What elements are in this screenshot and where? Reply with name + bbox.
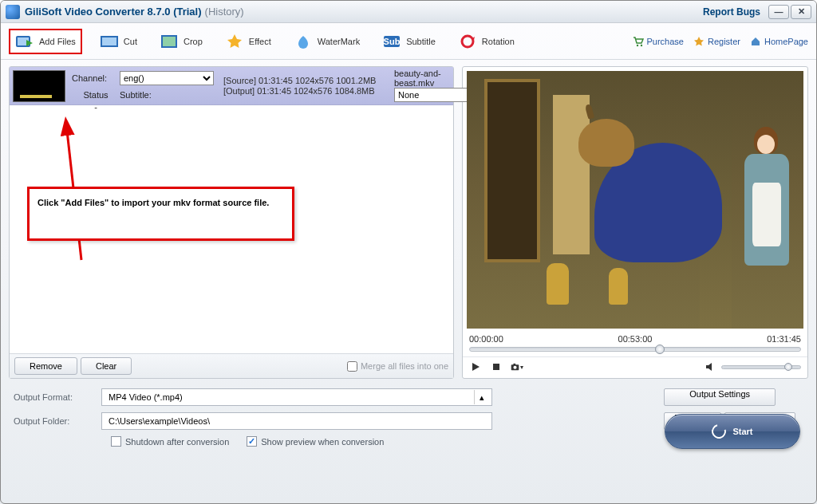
refresh-icon bbox=[709, 422, 729, 442]
svg-rect-15 bbox=[513, 364, 515, 365]
snapshot-button[interactable]: ▾ bbox=[511, 360, 523, 373]
merge-checkbox[interactable]: Merge all files into one bbox=[347, 361, 448, 372]
add-files-label: Add Files bbox=[39, 37, 76, 46]
callout-text: Click "Add Files" to import your mkv for… bbox=[37, 198, 269, 207]
shutdown-label: Shutdown after conversion bbox=[125, 437, 229, 447]
purchase-label: Purchase bbox=[647, 37, 684, 46]
start-label: Start bbox=[732, 427, 752, 436]
time-end: 01:31:45 bbox=[767, 334, 801, 344]
effect-button[interactable]: Effect bbox=[220, 30, 276, 53]
remove-button[interactable]: Remove bbox=[14, 357, 77, 375]
subtitle-label: Subtitle bbox=[406, 37, 436, 46]
output-detail: [Output] 01:31:45 1024x576 1084.8MB bbox=[223, 86, 394, 96]
output-folder-label: Output Folder: bbox=[14, 416, 93, 426]
seek-bar[interactable] bbox=[463, 345, 807, 356]
file-list-panel: Channel: eng() beauty-and-beast.mkv Stat… bbox=[9, 66, 454, 379]
svg-point-10 bbox=[640, 44, 641, 45]
file-name: beauty-and-beast.mkv bbox=[394, 69, 450, 88]
instruction-callout: Click "Add Files" to import your mkv for… bbox=[27, 187, 294, 241]
svg-point-9 bbox=[636, 44, 637, 45]
svg-rect-5 bbox=[163, 37, 176, 46]
cut-label: Cut bbox=[124, 37, 137, 46]
svg-rect-3 bbox=[102, 37, 116, 45]
crop-button[interactable]: Crop bbox=[155, 30, 207, 53]
start-button[interactable]: Start bbox=[665, 414, 800, 449]
titlebar: GiliSoft Video Converter 8.7.0 (Trial) (… bbox=[1, 1, 816, 23]
player-controls: ▾ bbox=[463, 356, 807, 378]
mute-button[interactable] bbox=[704, 360, 716, 373]
preview-label: Show preview when conversion bbox=[261, 437, 384, 447]
close-button[interactable]: ✕ bbox=[791, 5, 811, 19]
subtitle-button[interactable]: Sub Subtitle bbox=[377, 30, 440, 53]
homepage-link[interactable]: HomePage bbox=[750, 36, 808, 47]
output-format-value: MP4 Video (*.mp4) bbox=[109, 392, 183, 402]
add-files-icon bbox=[15, 33, 34, 49]
add-files-button[interactable]: Add Files bbox=[9, 29, 82, 54]
source-detail: [Source] 01:31:45 1024x576 1001.2MB bbox=[223, 76, 394, 85]
app-title: GiliSoft Video Converter 8.7.0 (Trial) bbox=[25, 6, 202, 18]
merge-label: Merge all files into one bbox=[361, 361, 448, 371]
filmstrip-icon bbox=[100, 33, 119, 49]
report-bugs-link[interactable]: Report Bugs bbox=[703, 6, 760, 18]
homepage-label: HomePage bbox=[764, 37, 808, 46]
register-label: Register bbox=[708, 37, 740, 46]
file-list-bottombar: Remove Clear Merge all files into one bbox=[10, 353, 453, 378]
subtitle-track-label: Subtitle: bbox=[120, 90, 223, 100]
watermark-label: WaterMark bbox=[318, 37, 360, 46]
shutdown-checkbox[interactable]: Shutdown after conversion bbox=[111, 436, 229, 447]
volume-thumb[interactable] bbox=[784, 363, 792, 371]
effect-icon bbox=[225, 33, 244, 49]
channel-select[interactable]: eng() bbox=[120, 71, 214, 85]
play-button[interactable] bbox=[469, 360, 482, 373]
crop-label: Crop bbox=[184, 37, 203, 46]
file-row[interactable]: Channel: eng() beauty-and-beast.mkv Stat… bbox=[10, 67, 453, 105]
rotation-icon bbox=[458, 33, 477, 49]
watermark-icon bbox=[294, 33, 313, 49]
svg-point-8 bbox=[462, 36, 473, 47]
crop-icon bbox=[160, 33, 179, 49]
svg-rect-12 bbox=[493, 364, 499, 370]
channel-label: Channel: bbox=[72, 73, 120, 83]
output-settings-button[interactable]: Output Settings bbox=[664, 388, 776, 406]
svg-text:Sub: Sub bbox=[384, 37, 401, 46]
time-mid: 00:53:00 bbox=[618, 334, 653, 344]
chevron-up-icon[interactable]: ▴ bbox=[474, 390, 488, 404]
preview-frame-icon bbox=[467, 71, 803, 329]
star-icon bbox=[693, 36, 705, 47]
home-icon bbox=[750, 36, 761, 47]
cut-button[interactable]: Cut bbox=[95, 30, 142, 53]
rotation-button[interactable]: Rotation bbox=[453, 30, 519, 53]
seek-thumb[interactable] bbox=[655, 345, 665, 354]
stop-button[interactable] bbox=[490, 360, 503, 373]
preview-panel: 00:00:00 00:53:00 01:31:45 ▾ bbox=[462, 66, 808, 379]
checkbox-unchecked-icon bbox=[111, 436, 121, 447]
time-start: 00:00:00 bbox=[469, 334, 503, 344]
cart-icon bbox=[633, 36, 644, 47]
output-folder-value: C:\Users\example\Videos\ bbox=[109, 416, 210, 426]
minimize-button[interactable]: — bbox=[768, 5, 789, 19]
video-thumbnail bbox=[13, 70, 65, 102]
register-link[interactable]: Register bbox=[693, 36, 740, 47]
purchase-link[interactable]: Purchase bbox=[633, 36, 684, 47]
merge-checkbox-input[interactable] bbox=[347, 361, 357, 372]
status-header: Status bbox=[72, 90, 120, 100]
clear-button[interactable]: Clear bbox=[81, 357, 132, 375]
video-preview[interactable] bbox=[467, 71, 803, 329]
timeline-labels: 00:00:00 00:53:00 01:31:45 bbox=[463, 333, 807, 345]
app-logo-icon bbox=[6, 5, 20, 19]
main-toolbar: Add Files Cut Crop Effect WaterMark Sub … bbox=[1, 23, 816, 60]
checkbox-checked-icon: ✓ bbox=[247, 436, 257, 447]
output-format-label: Output Format: bbox=[14, 392, 93, 402]
output-format-combo[interactable]: MP4 Video (*.mp4) ▴ bbox=[101, 388, 492, 406]
effect-label: Effect bbox=[249, 37, 271, 46]
subtitle-icon: Sub bbox=[382, 33, 401, 49]
preview-checkbox[interactable]: ✓ Show preview when conversion bbox=[247, 436, 384, 447]
watermark-button[interactable]: WaterMark bbox=[289, 30, 365, 53]
volume-slider[interactable] bbox=[721, 365, 801, 369]
svg-point-14 bbox=[513, 366, 516, 369]
output-folder-input[interactable]: C:\Users\example\Videos\ bbox=[101, 412, 492, 430]
rotation-label: Rotation bbox=[482, 37, 515, 46]
history-link[interactable]: (History) bbox=[205, 6, 244, 18]
